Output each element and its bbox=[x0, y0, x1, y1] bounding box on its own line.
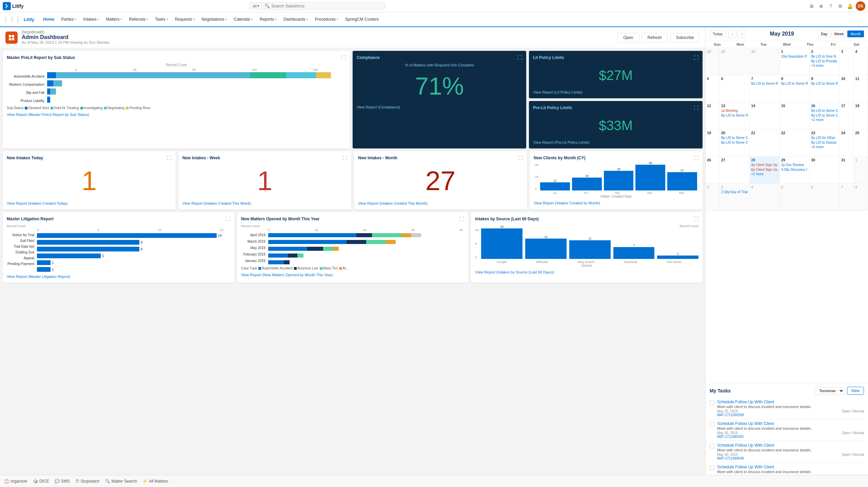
cal-cell[interactable]: 24 bbox=[840, 129, 854, 157]
nav-item-negotiations[interactable]: Negotiations ▾ bbox=[198, 12, 231, 27]
intakes-today-expand[interactable]: ⛶ bbox=[167, 155, 172, 161]
clients-month-expand[interactable]: ⛶ bbox=[694, 155, 698, 161]
cal-cell[interactable]: 6 bbox=[720, 75, 750, 102]
cal-cell[interactable]: 4 bbox=[854, 48, 868, 75]
lit-policy-expand[interactable]: ⛶ bbox=[694, 55, 698, 60]
cal-day-button[interactable]: Day bbox=[818, 31, 831, 37]
cal-cell[interactable]: 28 bbox=[706, 48, 720, 75]
nav-item-calendar[interactable]: Calendar ▾ bbox=[230, 12, 256, 27]
bottom-stopwatch[interactable]: ⏱ Stopwatch bbox=[75, 479, 100, 484]
tasks-filter[interactable]: Tomorrow bbox=[815, 387, 844, 394]
cal-cell[interactable]: 168p L/D to Serve C8p L/D to Serve C+2 m… bbox=[810, 102, 840, 129]
cal-cell[interactable]: 7 bbox=[840, 184, 854, 211]
apps-icon[interactable]: ⊕ bbox=[818, 3, 825, 9]
cal-cell[interactable]: 98p L/D to Serve R bbox=[810, 75, 840, 102]
bottom-matter-search[interactable]: 🔍 Matter Search bbox=[105, 479, 137, 484]
task-title[interactable]: Schedule Follow Up With Client bbox=[717, 400, 864, 404]
refresh-button[interactable]: Refresh bbox=[642, 33, 668, 42]
cal-cell[interactable]: 2 bbox=[706, 184, 720, 211]
cal-cell[interactable]: 19 bbox=[706, 129, 720, 157]
intakes-month-link[interactable]: View Report (Intakes Created This Month) bbox=[358, 201, 523, 205]
nav-item-dashboards[interactable]: Dashboards ▾ bbox=[280, 12, 312, 27]
cal-cell[interactable]: 1 bbox=[854, 157, 868, 184]
cal-cell[interactable]: 5 bbox=[706, 75, 720, 102]
cal-cell[interactable]: 26 bbox=[706, 157, 720, 184]
cal-cell[interactable]: 32:18p Day of Trial bbox=[720, 184, 750, 211]
master-litigation-expand[interactable]: ⛶ bbox=[225, 216, 230, 222]
nav-apps-icon[interactable]: ⋮⋮⋮ bbox=[3, 16, 21, 23]
nav-item-matters[interactable]: Matters ▾ bbox=[102, 12, 125, 27]
today-button[interactable]: Today bbox=[710, 31, 726, 37]
task-link[interactable]: MAT-1711060548 bbox=[717, 456, 864, 460]
subscribe-button[interactable]: Subscribe bbox=[670, 33, 700, 42]
cal-cell[interactable]: 8 bbox=[854, 184, 868, 211]
grid-icon[interactable]: ⊞ bbox=[808, 3, 815, 9]
cal-cell[interactable]: 18 bbox=[854, 102, 868, 129]
cal-cell[interactable]: 4 bbox=[750, 184, 780, 211]
avatar[interactable]: DS bbox=[856, 1, 865, 11]
task-link[interactable]: MAT-1711060391 bbox=[717, 435, 864, 439]
cal-cell[interactable]: 3 bbox=[840, 48, 854, 75]
tasks-new-button[interactable]: New bbox=[847, 387, 864, 395]
nav-item-reports[interactable]: Reports ▾ bbox=[256, 12, 280, 27]
cal-cell[interactable]: 238p L/D for Other8p L/D to Deposi+6 mor… bbox=[810, 129, 840, 157]
search-input[interactable] bbox=[271, 4, 382, 8]
nav-item-parties[interactable]: Parties ▾ bbox=[58, 12, 80, 27]
cal-cell-today[interactable]: 284p Client Sign Up6p Client Sign Up+2 m… bbox=[750, 157, 780, 184]
clients-month-link[interactable]: View Report (Intakes Created by Month) bbox=[534, 201, 698, 205]
intakes-source-expand[interactable]: ⛶ bbox=[694, 216, 698, 222]
master-prelit-expand[interactable]: ⛶ bbox=[341, 55, 346, 60]
task-checkbox[interactable] bbox=[710, 400, 714, 405]
cal-cell[interactable]: 11 bbox=[854, 75, 868, 102]
intakes-week-link[interactable]: View Report (Intakes Created This Week) bbox=[182, 201, 347, 205]
nav-item-referrals[interactable]: Referrals ▾ bbox=[125, 12, 152, 27]
search-bar[interactable]: All ▾ 🔍 bbox=[250, 2, 385, 9]
cal-next-button[interactable]: › bbox=[738, 30, 746, 38]
nav-item-intakes[interactable]: Intakes ▾ bbox=[80, 12, 103, 27]
cal-cell[interactable]: 110a Deposition P bbox=[780, 48, 810, 75]
bottom-dice[interactable]: 🎲 DICE bbox=[33, 479, 49, 484]
task-checkbox[interactable] bbox=[710, 465, 714, 470]
cal-month-button[interactable]: Month bbox=[847, 31, 864, 37]
cal-cell[interactable]: 131p Meeting8p L/D to Serve R bbox=[720, 102, 750, 129]
cal-cell[interactable]: 14 bbox=[750, 102, 780, 129]
intakes-today-link[interactable]: View Report (Intakes Created Today) bbox=[7, 201, 172, 205]
cal-cell[interactable]: 208p L/D to Serve C8p L/D to Serve C bbox=[720, 129, 750, 157]
open-button[interactable]: Open bbox=[617, 33, 639, 42]
bottom-all-matters[interactable]: ⚡ All Matters bbox=[142, 479, 168, 484]
nav-item-home[interactable]: Home bbox=[40, 12, 58, 27]
settings-icon[interactable]: ⚙ bbox=[837, 3, 844, 9]
nav-item-procedures[interactable]: Procedures ▾ bbox=[312, 12, 342, 27]
nav-item-tasks[interactable]: Tasks ▾ bbox=[152, 12, 172, 27]
cal-cell[interactable]: 88p L/D to Serve R bbox=[780, 75, 810, 102]
cal-cell[interactable]: 17 bbox=[840, 102, 854, 129]
cal-cell[interactable]: 22 bbox=[780, 129, 810, 157]
nav-item-requests[interactable]: Requests ▾ bbox=[172, 12, 198, 27]
intakes-source-link[interactable]: View Report (Intakes by Source (Last 60 … bbox=[475, 270, 698, 274]
cal-cell[interactable]: 21 bbox=[750, 129, 780, 157]
cal-week-button[interactable]: Week bbox=[831, 31, 847, 37]
cal-cell[interactable]: 5 bbox=[780, 184, 810, 211]
bottom-sms[interactable]: 💬 SMS bbox=[55, 479, 70, 484]
cal-cell[interactable]: 29 bbox=[720, 48, 750, 75]
compliance-link[interactable]: View Report (Compliance) bbox=[357, 105, 522, 109]
master-prelit-link[interactable]: View Report (Master PreLit Report by Sub… bbox=[7, 113, 346, 117]
bottom-organizer[interactable]: 📋 organizer bbox=[4, 479, 27, 484]
cal-cell[interactable]: 12 bbox=[706, 102, 720, 129]
cal-cell[interactable]: 25 bbox=[854, 129, 868, 157]
question-icon[interactable]: ? bbox=[827, 3, 834, 9]
compliance-expand[interactable]: ⛶ bbox=[517, 55, 522, 60]
lit-policy-link[interactable]: View Report (Lit Policy Limits) bbox=[533, 90, 698, 94]
new-matters-expand[interactable]: ⛶ bbox=[459, 216, 464, 222]
task-checkbox[interactable] bbox=[710, 444, 714, 448]
intakes-month-expand[interactable]: ⛶ bbox=[518, 155, 523, 161]
cal-cell[interactable]: 31 bbox=[840, 157, 854, 184]
master-litigation-link[interactable]: View Report (Master Litigation Report) bbox=[7, 275, 230, 279]
search-scope[interactable]: All ▾ bbox=[253, 4, 262, 8]
cal-cell[interactable]: 6 bbox=[810, 184, 840, 211]
new-matters-link[interactable]: View Report (New Matters Opened by Month… bbox=[241, 273, 465, 277]
prelit-policy-expand[interactable]: ⛶ bbox=[694, 105, 698, 110]
cal-cell[interactable]: 30 bbox=[750, 48, 780, 75]
task-title[interactable]: Schedule Follow Up With Client bbox=[717, 465, 864, 469]
task-checkbox[interactable] bbox=[710, 422, 714, 427]
